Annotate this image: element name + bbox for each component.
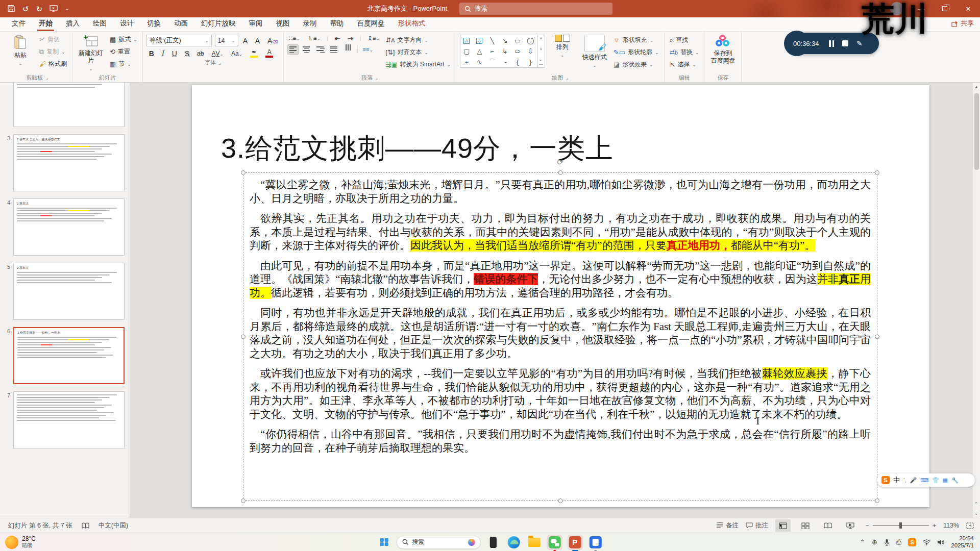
microphone-tray-icon[interactable] [884, 539, 890, 546]
replace-button[interactable]: ⮂b替换⌄ [668, 47, 701, 58]
ime-keyboard-icon[interactable]: ⌨ [920, 477, 928, 484]
share-button[interactable]: 共享 [951, 19, 974, 28]
slide-thumbnail-3[interactable]: 2.基本法 怎么写一篇关系型作文 [13, 134, 125, 191]
htextbox-shape-icon[interactable]: A̳ [476, 38, 482, 44]
comments-button[interactable]: 批注 [746, 521, 768, 530]
tab-百度网盘[interactable]: 百度网盘 [351, 17, 391, 31]
fit-slide-icon[interactable] [966, 522, 974, 529]
reading-view-button[interactable] [820, 519, 836, 532]
speaker-icon[interactable] [937, 539, 944, 545]
tab-帮助[interactable]: 帮助 [324, 17, 351, 31]
paste-dropdown-icon[interactable]: ⌄ [18, 61, 22, 66]
increase-font-icon[interactable]: Aˆ [241, 37, 251, 44]
tray-expand-icon[interactable]: ⌃ [860, 539, 865, 545]
ime-skin-icon[interactable]: 👕 [932, 477, 939, 484]
bold-icon[interactable]: B [148, 50, 156, 57]
printer-tray-icon[interactable]: ⎙ [896, 539, 901, 545]
slide-title[interactable]: 3.给范文挑刺——49分，一类上 [221, 130, 614, 167]
character-spacing-icon[interactable]: A̲V̲⌄ [210, 51, 225, 57]
curve-shape-icon[interactable]: ~ [503, 58, 507, 66]
text-highlight-icon[interactable]: ✒ [249, 49, 259, 58]
slide-thumbnail-6[interactable]: 3.给范文挑刺——49分，一类上 [13, 327, 125, 384]
tab-视图[interactable]: 视图 [270, 17, 297, 31]
text-shadow-icon[interactable]: S [183, 50, 191, 57]
start-slideshow-icon[interactable] [50, 5, 58, 13]
tab-插入[interactable]: 插入 [59, 17, 86, 31]
right-arrow-shape-icon[interactable]: ⇨ [515, 47, 521, 55]
weather-widget[interactable]: 28°C 晴朗 [0, 536, 122, 549]
columns-icon[interactable]: ≡≡⌄ [361, 47, 375, 53]
close-button[interactable]: ✕ [957, 0, 980, 17]
gallery-up-icon[interactable]: ˄ [540, 36, 542, 41]
new-slide-button[interactable]: 新建幻灯片 ⌄ [76, 33, 106, 72]
paste-button[interactable]: 粘贴 ⌄ [6, 33, 35, 66]
font-size-select[interactable]: 14⌄ [215, 35, 238, 46]
edge-browser-icon[interactable] [506, 535, 521, 550]
align-left-icon[interactable] [287, 44, 299, 55]
decrease-indent-icon[interactable]: ⇤ [333, 35, 342, 42]
undo-icon[interactable]: ↺ [22, 5, 29, 13]
sogou-ime-bar[interactable]: S 中 ’, 🎤 ⌨ 👕 ▦ 🔧 [877, 473, 975, 487]
normal-view-button[interactable] [775, 519, 791, 532]
slide-sorter-view-button[interactable] [798, 519, 813, 532]
gallery-down-icon[interactable]: ˅ [540, 47, 542, 52]
slide-body-text[interactable]: “冀以尘雾之微，补益山海;萤烛末光，增辉日月。”只要有真正的用功,哪怕如尘雾微渺… [243, 173, 877, 455]
shape-effects-button[interactable]: ◪形状效果⌄ [612, 59, 660, 70]
tab-审阅[interactable]: 审阅 [242, 17, 270, 31]
select-button[interactable]: ⇱选择⌄ [668, 59, 701, 70]
tab-文件[interactable]: 文件 [5, 17, 32, 31]
oval-shape-icon[interactable]: ◯ [527, 37, 534, 44]
dialog-launcher-icon[interactable]: ⌟ [45, 75, 48, 81]
tab-设计[interactable]: 设计 [113, 17, 140, 31]
down-arrow-shape-icon[interactable]: ⇩ [528, 47, 533, 55]
ime-mic-icon[interactable]: 🎤 [910, 477, 917, 484]
search-highlights-icon[interactable] [468, 539, 475, 546]
ime-mode-indicator[interactable]: 中 [893, 475, 900, 485]
justify-icon[interactable] [329, 44, 340, 55]
wifi-icon[interactable] [923, 539, 930, 545]
rotate-handle-icon[interactable]: ⟳ [557, 158, 564, 167]
file-explorer-icon[interactable] [526, 535, 542, 550]
resize-handle[interactable] [875, 335, 879, 339]
shape-gallery[interactable]: A A̳ ╲ ↘ ▭ ◯ ▢ △ ⌐ ↳ ⇨ ⇩ ⌁ ∿ ⌒ [460, 35, 537, 68]
align-text-button[interactable]: [⇅]对齐文本⌄ [384, 47, 452, 58]
shape-outline-button[interactable]: ✎▭形状轮廓⌄ [612, 47, 660, 58]
resize-handle[interactable] [241, 335, 246, 339]
taskbar-search-box[interactable]: 搜索 [396, 536, 480, 549]
redo-icon[interactable]: ↻ [36, 5, 43, 13]
ime-grid-icon[interactable]: ▦ [943, 477, 948, 484]
underline-icon[interactable]: U [170, 50, 179, 57]
left-brace-shape-icon[interactable]: { [517, 58, 519, 66]
save-to-baidu-button[interactable]: 保存到百度网盘 [708, 33, 738, 65]
zoom-slider-thumb[interactable] [899, 522, 902, 529]
tab-幻灯片放映[interactable]: 幻灯片放映 [194, 17, 242, 31]
zoom-slider[interactable]: − + [865, 522, 936, 529]
elbow-connector-icon[interactable]: ⌐ [490, 47, 494, 55]
triangle-shape-icon[interactable]: △ [477, 47, 482, 55]
titlebar-search-box[interactable]: 搜索 [459, 3, 612, 15]
align-center-icon[interactable] [301, 44, 312, 55]
reset-button[interactable]: ⟲重置 [108, 46, 139, 57]
tab-切换[interactable]: 切换 [140, 17, 167, 31]
arrange-button[interactable]: 排列⌄ [548, 33, 577, 58]
right-brace-shape-icon[interactable]: } [529, 58, 531, 66]
scrollbar-thumb[interactable] [974, 93, 979, 170]
sogou-logo-icon[interactable]: S [881, 476, 890, 484]
bullets-icon[interactable]: ∷≡⌄ [287, 35, 302, 41]
gallery-more-icon[interactable]: ⌄— [539, 57, 543, 66]
ime-toolbox-icon[interactable]: 🔧 [951, 477, 959, 484]
elbow-arrow-icon[interactable]: ↳ [502, 47, 508, 55]
powerpoint-taskbar-icon[interactable]: P [567, 535, 582, 550]
current-slide[interactable]: 3.给范文挑刺——49分，一类上 ⟳ “冀以尘雾之微，补益山海;萤烛末光，增辉日… [192, 85, 929, 507]
change-case-icon[interactable]: Aa⌄ [230, 51, 244, 57]
wechat-icon[interactable] [547, 535, 562, 550]
increase-indent-icon[interactable]: ⇥ [346, 35, 355, 42]
resize-handle[interactable] [558, 170, 562, 175]
zoom-level[interactable]: 113% [943, 522, 959, 529]
font-color-icon[interactable]: A [264, 49, 275, 58]
tab-动画[interactable]: 动画 [167, 17, 194, 31]
previous-slide-icon[interactable]: ⌃ [974, 502, 978, 507]
resize-handle[interactable] [241, 170, 246, 175]
text-direction-button[interactable]: ⇵A文字方向⌄ [384, 35, 452, 45]
pause-recording-icon[interactable] [829, 40, 834, 47]
